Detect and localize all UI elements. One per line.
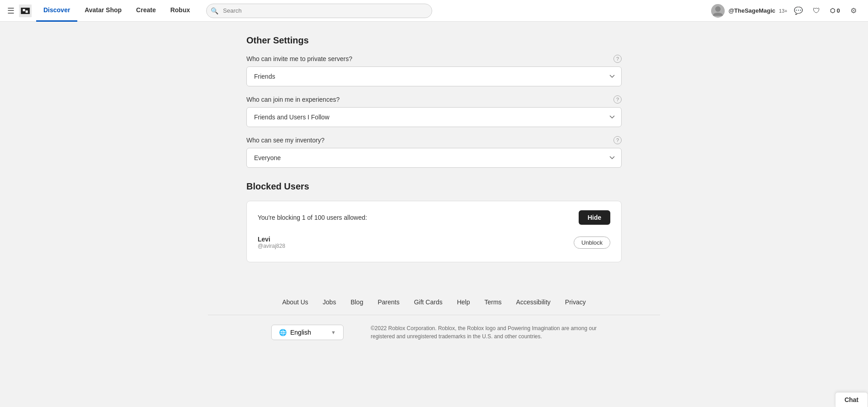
join-experiences-row: Who can join me in experiences? ? Friend…	[246, 95, 622, 127]
blocked-users-section: Blocked Users You're blocking 1 of 100 u…	[246, 181, 622, 262]
join-experiences-label: Who can join me in experiences?	[246, 96, 340, 103]
join-experiences-dropdown[interactable]: Friends and Users I Follow	[246, 107, 622, 127]
inventory-label-row: Who can see my inventory? ?	[246, 136, 622, 144]
robux-display[interactable]: ⬡ 0	[827, 4, 843, 18]
language-selector[interactable]: 🌐 English ▼	[271, 325, 344, 340]
search-input[interactable]	[206, 4, 432, 18]
nav-discover[interactable]: Discover	[36, 0, 77, 22]
age-badge: 13+	[779, 8, 788, 14]
footer-gift-cards[interactable]: Gift Cards	[414, 298, 443, 306]
search-icon: 🔍	[211, 7, 218, 14]
globe-icon: 🌐	[279, 329, 287, 336]
blocked-user-name: Levi	[258, 236, 566, 243]
settings-container: Other Settings Who can invite me to priv…	[237, 35, 631, 262]
footer-about-us[interactable]: About Us	[282, 298, 308, 306]
inventory-help-icon[interactable]: ?	[613, 136, 622, 144]
private-servers-help-icon[interactable]: ?	[613, 55, 622, 63]
private-servers-row: Who can invite me to private servers? ? …	[246, 55, 622, 86]
private-servers-label-row: Who can invite me to private servers? ?	[246, 55, 622, 63]
footer-parents[interactable]: Parents	[377, 298, 399, 306]
private-servers-label: Who can invite me to private servers?	[246, 55, 352, 62]
inventory-dropdown[interactable]: Everyone	[246, 148, 622, 168]
svg-rect-2	[23, 9, 25, 11]
footer: About Us Jobs Blog Parents Gift Cards He…	[0, 289, 868, 359]
nav-avatar-shop[interactable]: Avatar Shop	[77, 0, 129, 22]
language-label: English	[290, 329, 311, 336]
nav-right: @TheSageMagic 13+ 💬 🛡 ⬡ 0 ⚙	[711, 4, 861, 18]
blocked-user-info: Levi @aviraj828	[258, 236, 566, 249]
chat-button[interactable]: Chat	[835, 392, 868, 407]
main-content: Other Settings Who can invite me to priv…	[0, 22, 868, 407]
nav-links: Discover Avatar Shop Create Robux	[36, 0, 197, 22]
other-settings-title: Other Settings	[246, 35, 622, 46]
chat-nav-icon[interactable]: 💬	[791, 4, 806, 18]
footer-privacy[interactable]: Privacy	[565, 298, 586, 306]
search-bar: 🔍	[206, 4, 432, 18]
inventory-label: Who can see my inventory?	[246, 137, 325, 144]
chevron-down-icon: ▼	[331, 330, 336, 335]
footer-blog[interactable]: Blog	[350, 298, 363, 306]
footer-accessibility[interactable]: Accessibility	[516, 298, 551, 306]
join-experiences-label-row: Who can join me in experiences? ?	[246, 95, 622, 104]
roblox-logo[interactable]	[19, 5, 32, 17]
svg-rect-1	[21, 8, 30, 14]
hide-button[interactable]: Hide	[579, 210, 610, 225]
inventory-row: Who can see my inventory? ? Everyone	[246, 136, 622, 168]
blocked-users-title: Blocked Users	[246, 181, 622, 192]
footer-terms[interactable]: Terms	[484, 298, 501, 306]
footer-jobs[interactable]: Jobs	[323, 298, 336, 306]
svg-point-5	[715, 6, 721, 12]
join-experiences-help-icon[interactable]: ?	[613, 95, 622, 104]
unblock-button[interactable]: Unblock	[574, 237, 610, 249]
blocked-header: You're blocking 1 of 100 users allowed: …	[258, 210, 610, 225]
hamburger-icon[interactable]: ☰	[7, 6, 14, 16]
avatar	[711, 4, 725, 18]
footer-help[interactable]: Help	[457, 298, 470, 306]
robux-count: 0	[837, 7, 840, 14]
blocked-users-box: You're blocking 1 of 100 users allowed: …	[246, 201, 622, 262]
username-label[interactable]: @TheSageMagic	[728, 7, 775, 14]
blocked-user-row: Levi @aviraj828 Unblock	[258, 232, 610, 253]
footer-copyright: ©2022 Roblox Corporation. Roblox, the Ro…	[371, 324, 597, 341]
footer-bottom: 🌐 English ▼ ©2022 Roblox Corporation. Ro…	[0, 315, 868, 350]
nav-robux[interactable]: Robux	[163, 0, 198, 22]
blocked-count-text: You're blocking 1 of 100 users allowed:	[258, 214, 367, 221]
svg-rect-3	[26, 10, 28, 13]
navbar: ☰ Discover Avatar Shop Create Robux 🔍 @T…	[0, 0, 868, 22]
nav-create[interactable]: Create	[129, 0, 163, 22]
blocked-user-handle: @aviraj828	[258, 243, 566, 249]
robux-icon: ⬡	[830, 7, 835, 14]
private-servers-dropdown[interactable]: Friends	[246, 66, 622, 86]
shield-nav-icon[interactable]: 🛡	[809, 4, 824, 18]
settings-nav-icon[interactable]: ⚙	[846, 4, 861, 18]
footer-links: About Us Jobs Blog Parents Gift Cards He…	[0, 289, 868, 315]
